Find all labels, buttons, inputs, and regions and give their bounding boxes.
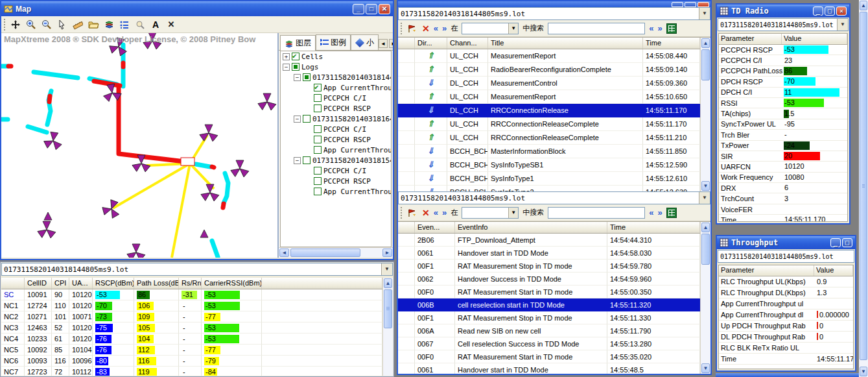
col-rowlabel[interactable] bbox=[1, 278, 25, 289]
search-icon[interactable] bbox=[134, 19, 146, 30]
toolbar-grip[interactable] bbox=[4, 19, 6, 30]
scroll-left-arrow[interactable]: ◄ bbox=[279, 249, 289, 257]
map-canvas[interactable]: MapXtreme 2008 ® SDK Developer License, … bbox=[1, 33, 279, 258]
scroll-down-arrow[interactable]: ▼ bbox=[701, 181, 710, 191]
message-row[interactable]: ⇓ BCCH_BCH SysInfoTypeSB1 14:55:12.590 bbox=[398, 158, 700, 172]
parameter-row[interactable]: Time 14:55:11.170 bbox=[719, 354, 853, 365]
scroll-up-arrow[interactable]: ▲ bbox=[860, 1, 867, 10]
col-carrierrssi[interactable]: CarrierRSSI(dBm) bbox=[202, 278, 262, 289]
toolbar-grip[interactable] bbox=[401, 23, 403, 34]
parameter-row[interactable]: RLC Throughput UL(Kbps) 0.9 bbox=[719, 276, 853, 287]
tree-item[interactable]: − 0173115820140318144 bbox=[281, 72, 391, 82]
tree-item[interactable]: PCCPCH C/I bbox=[281, 165, 391, 176]
message-row[interactable]: ⇑ UL_CCH RadioBearerReconfigurationCompl… bbox=[398, 63, 700, 77]
tree-expand-toggle[interactable]: − bbox=[294, 157, 301, 164]
tree-checkbox[interactable] bbox=[292, 63, 299, 71]
zoom-out-icon[interactable] bbox=[41, 19, 53, 30]
maximize-button[interactable] bbox=[685, 2, 696, 7]
search-field-combobox[interactable]: ▼ bbox=[462, 23, 519, 34]
tree-checkbox[interactable] bbox=[303, 115, 311, 123]
tree-expand-toggle[interactable]: + bbox=[283, 53, 290, 60]
search-next-icon[interactable]: » bbox=[657, 23, 662, 34]
message-table-vscrollbar[interactable]: ▲ ▼ bbox=[700, 38, 710, 191]
clear-filter-icon[interactable]: ✕ bbox=[422, 23, 430, 34]
maximize-button[interactable]: □ bbox=[825, 6, 835, 16]
chevron-down-icon[interactable]: ▼ bbox=[699, 8, 710, 19]
event-table-header[interactable]: Even... EventInfo Time bbox=[398, 222, 700, 234]
msg-log-file-combobox[interactable]: 0173115820140318144805ms9.lot ▼ bbox=[398, 7, 710, 20]
tree-item[interactable]: − 0173115820140318164 bbox=[281, 114, 391, 124]
open-folder-icon[interactable] bbox=[88, 19, 99, 30]
close-button[interactable]: ✕ bbox=[836, 6, 847, 16]
tree-checkbox[interactable] bbox=[292, 53, 299, 60]
close-button[interactable] bbox=[698, 2, 709, 7]
table-row[interactable]: NC1 12724 110 10120 -70 106 - -53 bbox=[1, 300, 382, 311]
event-row[interactable]: 006A Read new SIB on new cell 14:55:11.7… bbox=[398, 324, 700, 337]
col-parameter[interactable]: Parameter bbox=[719, 34, 782, 44]
parameter-row[interactable]: Time 14:55:11.170 bbox=[719, 215, 847, 222]
scroll-up-arrow[interactable]: ▲ bbox=[701, 38, 710, 48]
search-prev-icon[interactable]: « bbox=[649, 208, 653, 218]
clear-filter-icon[interactable]: ✕ bbox=[422, 208, 430, 218]
layer-tree-hscrollbar[interactable]: ◄ ► bbox=[279, 247, 393, 258]
zoom-in-icon[interactable] bbox=[25, 19, 37, 30]
pan-icon[interactable] bbox=[10, 19, 21, 30]
message-row[interactable]: ⇓ BCCH_BCH SysInfoType2 14:55:12.630 bbox=[398, 186, 700, 191]
minimize-button[interactable]: _ bbox=[353, 4, 364, 14]
scroll-right-arrow[interactable]: ► bbox=[382, 249, 392, 257]
event-row[interactable]: 00F0 RAT Measurement Start in TD mode 14… bbox=[398, 350, 700, 363]
maximize-button[interactable]: □ bbox=[842, 238, 852, 247]
workspace-vscrollbar[interactable]: ▲ ▼ bbox=[859, 0, 868, 377]
filter-flag-icon[interactable] bbox=[406, 207, 418, 219]
tree-item[interactable]: − 0173115820140318154 bbox=[281, 155, 391, 165]
col-title[interactable]: Title bbox=[488, 38, 643, 49]
table-row[interactable]: SC 10091 90 10120 -53 86 -31 -53 bbox=[1, 289, 382, 300]
col-rsrn[interactable]: Rs/Rn bbox=[179, 278, 202, 289]
parameter-row[interactable]: RLC BLK ReTx Ratio UL bbox=[719, 343, 853, 354]
parameter-row[interactable]: SIR 20 bbox=[719, 151, 847, 162]
throughput-log-combobox[interactable]: 0173115820140318144805ms9.lot bbox=[718, 250, 854, 263]
prev-icon[interactable]: « bbox=[434, 208, 438, 218]
text-label-icon[interactable]: A bbox=[150, 19, 161, 30]
col-empty[interactable] bbox=[262, 278, 382, 289]
parameter-row[interactable]: SyncTxPower UL -95 bbox=[719, 119, 847, 130]
col-parameter[interactable]: Parameter bbox=[719, 265, 814, 276]
tree-item[interactable]: PCCPCH C/I bbox=[281, 93, 391, 103]
tree-checkbox[interactable] bbox=[314, 188, 322, 195]
prev-icon[interactable]: « bbox=[434, 23, 438, 34]
parameter-row[interactable]: TA(chips) 1.5 bbox=[719, 108, 847, 119]
event-row[interactable]: 2B06 FTP_Download_Attempt 14:54:44.310 bbox=[398, 234, 700, 247]
tree-item[interactable]: PCCPCH RSCP bbox=[281, 103, 391, 114]
col-empty[interactable] bbox=[398, 222, 415, 233]
event-row[interactable]: 00F1 RAT Measurement Stop in TD mode 14:… bbox=[398, 311, 700, 324]
col-ua[interactable]: UA... bbox=[69, 278, 93, 289]
event-row[interactable]: 0061 Handover start in TDD Mode 14:54:58… bbox=[398, 247, 700, 260]
map-titlebar[interactable]: Map _ □ ✕ bbox=[1, 1, 393, 16]
layers-icon[interactable] bbox=[103, 19, 115, 30]
parameter-row[interactable]: App CurrentThroughput ul bbox=[719, 298, 853, 310]
filter-flag-icon[interactable] bbox=[406, 23, 418, 34]
search-input[interactable] bbox=[548, 23, 645, 34]
search-prev-icon[interactable]: « bbox=[649, 23, 653, 34]
parameter-row[interactable]: PCCPCH C/I 23 bbox=[719, 55, 847, 66]
col-pathloss[interactable]: Path Loss(dB) bbox=[134, 278, 179, 289]
tree-checkbox[interactable] bbox=[314, 125, 322, 133]
message-row[interactable]: ⇑ UL_CCH RRCConnectionReleaseComplete 14… bbox=[398, 117, 700, 131]
log-file-combobox[interactable]: 0173115820140318144805ms9.lot ▼ bbox=[1, 263, 393, 276]
excel-export-icon[interactable] bbox=[666, 208, 677, 218]
tab-scroll-right[interactable]: ► bbox=[389, 39, 393, 48]
scroll-up-arrow[interactable]: ▲ bbox=[384, 278, 392, 288]
event-row[interactable]: 0067 Cell reselection Success in TDD Mod… bbox=[398, 337, 700, 350]
td-radio-table-header[interactable]: Parameter Value bbox=[719, 34, 847, 45]
col-channel[interactable]: Chann... bbox=[447, 38, 488, 49]
minimize-button[interactable]: _ bbox=[813, 6, 823, 16]
cell-table-header[interactable]: CellID CPI UA... RSCP(dBm) Path Loss(dB)… bbox=[1, 278, 382, 289]
tree-checkbox[interactable] bbox=[314, 104, 322, 112]
parameter-row[interactable]: PCCPCH PathLoss 86 bbox=[719, 66, 847, 77]
tree-checkbox[interactable] bbox=[314, 136, 322, 143]
next-icon[interactable]: » bbox=[442, 208, 447, 218]
tab-small[interactable]: 小 bbox=[351, 34, 379, 50]
vscroll-thumb[interactable] bbox=[701, 49, 710, 80]
tree-item[interactable]: PCCPCH RSCP bbox=[281, 176, 391, 186]
toolbar-grip[interactable] bbox=[401, 207, 403, 219]
